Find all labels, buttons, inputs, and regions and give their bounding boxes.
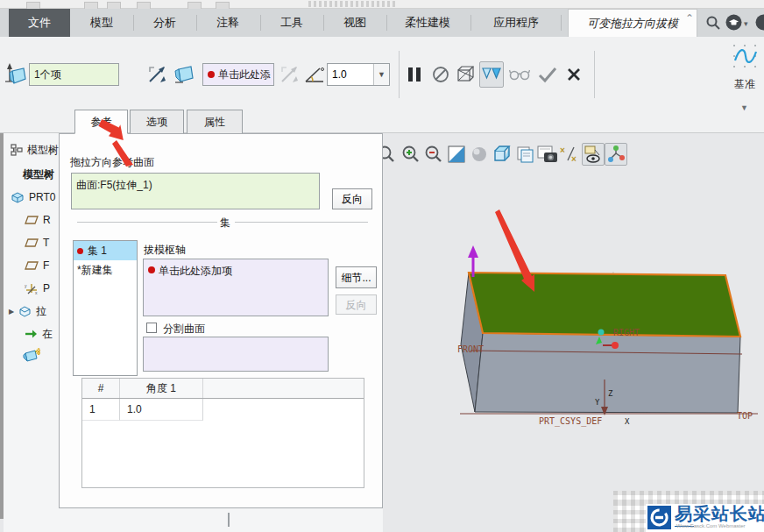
tab-flexible-modeling[interactable]: 柔性建模 <box>393 9 463 37</box>
no-preview-button[interactable] <box>429 62 452 87</box>
watermark-title: 易采站长站 <box>675 502 764 526</box>
tab-analysis[interactable]: 分析 <box>138 9 191 37</box>
ribbon-collapse-icon[interactable]: ⌃ <box>685 12 694 25</box>
angle-table-header: # 角度 1 <box>82 379 364 399</box>
part-icon <box>11 191 25 203</box>
tab-applications[interactable]: 应用程序 <box>478 9 555 37</box>
checker-strip <box>613 504 646 532</box>
angle-dropdown-icon[interactable]: ▼ <box>373 64 389 85</box>
tab-variable-pull-draft[interactable]: 可变拖拉方向拔模 <box>568 9 697 37</box>
draft-surfaces-collector[interactable]: 1个项 <box>29 63 119 86</box>
draft-hinge-placeholder: 单击此处添加项 <box>159 264 232 279</box>
dialog-tab-references[interactable]: 参考 <box>74 110 128 134</box>
tree-item-label: 在 <box>42 327 53 342</box>
tab-annotate[interactable]: 注释 <box>202 9 254 37</box>
tab-model[interactable]: 模型 <box>74 9 129 37</box>
quick-access-icon-fragment[interactable] <box>107 2 121 9</box>
draft-hinge-collector[interactable]: 单击此处添加项 <box>143 259 329 316</box>
set-list-item-selected[interactable]: 集 1 <box>74 241 137 260</box>
dialog-tab-properties[interactable]: 属性 <box>187 110 243 134</box>
accept-button[interactable] <box>536 62 559 87</box>
split-surface-checkbox[interactable] <box>146 323 157 333</box>
tree-item-front-plane[interactable]: F <box>25 256 49 275</box>
flip-button[interactable]: 反向 <box>332 188 372 209</box>
angle-table-row: 1 1.0 <box>82 399 364 421</box>
wireframe-preview-button[interactable] <box>453 62 476 87</box>
cancel-button[interactable] <box>562 62 585 87</box>
tree-item-right-plane[interactable]: R <box>25 210 51 230</box>
model-scene: FRONT RIGHT TOP PRT_CSYS_DEF X Y Z <box>383 133 764 532</box>
account-icon[interactable] <box>755 14 764 31</box>
watermark-subtitle: Www.Easck.Com Webmaster <box>676 523 746 528</box>
tab-file[interactable]: 文件 <box>9 9 70 37</box>
divider <box>196 15 197 31</box>
reference-surface-label: 拖拉方向参考曲面 <box>70 155 154 170</box>
feature-preview-button[interactable] <box>479 61 504 88</box>
split-object-collector[interactable] <box>143 337 329 372</box>
draft-surfaces-value: 1个项 <box>34 67 61 82</box>
model-tree-tab[interactable]: 模型树 <box>11 140 59 160</box>
tab-tools[interactable]: 工具 <box>265 9 318 37</box>
pull-direction-arrowhead <box>468 245 478 258</box>
box-top-face-selected[interactable] <box>469 273 740 337</box>
reference-surface-collector[interactable]: 曲面:F5(拉伸_1) <box>71 173 320 209</box>
draft-surfaces-icon <box>4 62 27 87</box>
sets-list: 集 1 *新建集 <box>73 240 138 376</box>
draft-angle-icon <box>303 62 326 87</box>
tree-item-csys[interactable]: yx P <box>25 279 50 298</box>
reference-surface-value: 曲面:F5(拉伸_1) <box>76 178 152 193</box>
chevron-down-icon[interactable]: ▾ <box>744 19 748 28</box>
set-list-item-new[interactable]: *新建集 <box>74 260 137 280</box>
quick-access-icon-fragment[interactable] <box>84 2 98 9</box>
quick-access-icon-fragment[interactable] <box>187 2 202 9</box>
flip-direction-icon[interactable] <box>145 62 168 87</box>
sets-divider-label: 集 <box>220 216 230 231</box>
divider <box>399 51 400 98</box>
tree-item-part[interactable]: PRT0 <box>11 188 55 207</box>
divider <box>323 15 324 31</box>
tree-item-top-plane[interactable]: T <box>25 233 49 252</box>
draft-feature-icon: ※ <box>23 348 40 362</box>
tree-item-draft-feature[interactable]: ※ <box>23 345 45 365</box>
learning-center-icon[interactable] <box>725 14 742 31</box>
drag-handle-red[interactable] <box>612 342 619 349</box>
required-dot-icon <box>208 71 215 78</box>
expand-arrow-icon[interactable]: ▶ <box>9 308 14 316</box>
set-item-label: *新建集 <box>77 263 113 278</box>
splitter-handle[interactable] <box>228 513 230 527</box>
draft-angle-input[interactable] <box>328 64 373 85</box>
divider <box>77 222 217 223</box>
col-index-header: # <box>82 379 120 398</box>
datum-group-expand-icon[interactable]: ▼ <box>740 103 748 112</box>
tree-icon <box>11 144 23 156</box>
col-filler <box>203 379 364 398</box>
label-top: TOP <box>737 411 753 421</box>
graphics-viewport[interactable]: ×× <box>383 133 764 532</box>
quick-access-icon-fragment[interactable] <box>26 2 40 9</box>
tree-item-extrude[interactable]: ▶ 拉 <box>9 301 46 321</box>
angle-table: # 角度 1 1 1.0 <box>81 378 364 488</box>
quick-access-icon-fragment[interactable] <box>137 2 151 9</box>
details-button[interactable]: 细节... <box>336 266 377 288</box>
divider <box>260 15 261 31</box>
quick-access-icon-fragment[interactable] <box>216 2 230 9</box>
sketch-datum-icon[interactable] <box>732 44 759 70</box>
tab-view[interactable]: 视图 <box>329 9 381 37</box>
draft-hinge-collector[interactable]: 单击此处添 <box>202 63 274 86</box>
datum-group-label: 基准 <box>734 77 755 92</box>
datum-plane-icon <box>25 238 39 248</box>
col-angle-header: 角度 1 <box>120 379 203 398</box>
application-window: 文件 模型 分析 注释 工具 视图 柔性建模 应用程序 可变拖拉方向拔模 ⌃ ▾ <box>0 0 764 532</box>
divider <box>235 222 368 223</box>
tree-item-insert-here[interactable]: 在 <box>25 324 53 344</box>
coordinate-system-icon: yx <box>25 282 39 294</box>
verify-glasses-button[interactable] <box>508 62 531 87</box>
dialog-tab-options[interactable]: 选项 <box>130 110 184 134</box>
set-item-label: 集 1 <box>88 244 107 259</box>
extrude-icon <box>18 305 32 317</box>
search-icon[interactable] <box>705 15 721 31</box>
cell-angle[interactable]: 1.0 <box>120 399 203 421</box>
pause-button[interactable] <box>403 62 426 87</box>
titlebar <box>0 0 764 9</box>
csys-point-teal[interactable] <box>598 330 605 336</box>
